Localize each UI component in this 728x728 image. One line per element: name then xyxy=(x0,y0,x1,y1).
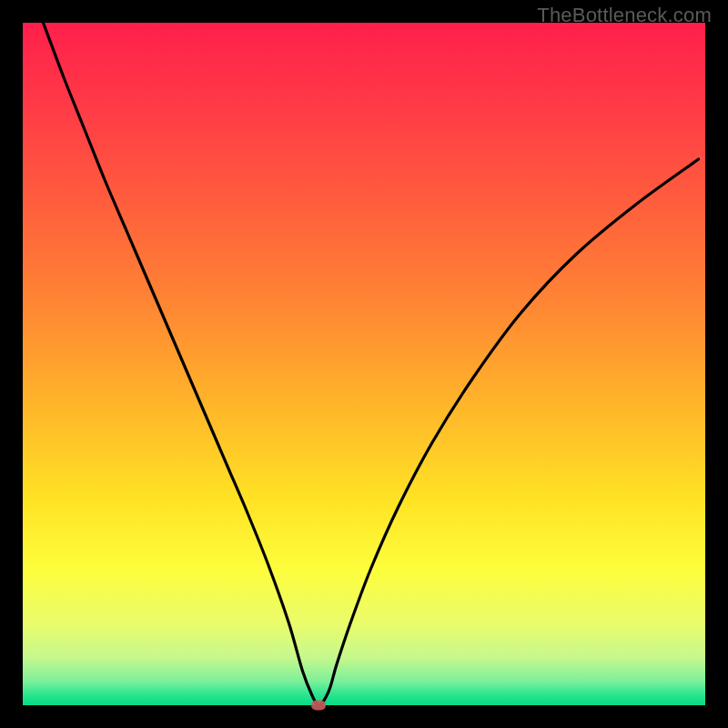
chart-frame xyxy=(23,23,705,705)
bottleneck-chart xyxy=(23,23,705,705)
optimal-point-marker xyxy=(311,701,326,711)
gradient-background xyxy=(23,23,705,705)
watermark-text: TheBottleneck.com xyxy=(537,4,712,27)
